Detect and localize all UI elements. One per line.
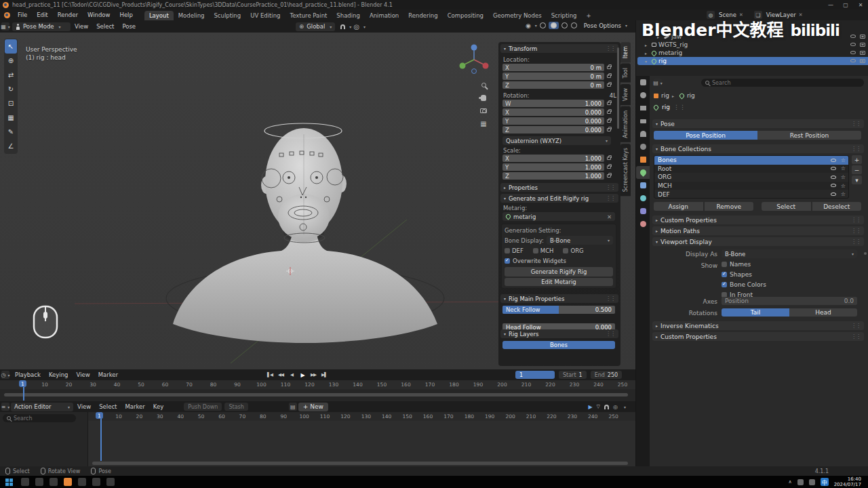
- collection-visibility-icon[interactable]: [831, 159, 836, 162]
- bone-collection-row[interactable]: MCH ☆: [654, 182, 848, 190]
- timeline-body[interactable]: [0, 389, 635, 401]
- rig-layers-bones-button[interactable]: Bones: [502, 341, 615, 349]
- collection-solo-icon[interactable]: ☆: [841, 183, 846, 189]
- orientation-dropdown[interactable]: ⊕Global▾: [296, 22, 335, 31]
- tab-modifiers-icon[interactable]: [636, 179, 650, 192]
- location-field[interactable]: Y0 m: [502, 73, 604, 80]
- scale-field[interactable]: X1.000: [502, 155, 604, 162]
- overlays-icon[interactable]: ◉: [526, 22, 531, 29]
- transform-panel-header[interactable]: ▾Transform⋮⋮: [500, 44, 618, 53]
- workspace-tab[interactable]: Animation: [365, 11, 403, 20]
- topbar-menu-item[interactable]: File: [13, 9, 32, 20]
- proportional-icon[interactable]: ◎: [613, 404, 618, 410]
- rotation-field[interactable]: X0.000: [502, 108, 604, 116]
- shading-wireframe-icon[interactable]: [539, 22, 547, 28]
- properties-search-input[interactable]: [712, 80, 844, 86]
- display-as-dropdown[interactable]: B-Bone▾: [722, 249, 857, 258]
- pan-hand-icon[interactable]: [479, 93, 488, 102]
- workspace-tab[interactable]: Geometry Nodes: [488, 11, 547, 20]
- rotations-tail-button[interactable]: Tail: [722, 308, 789, 317]
- bone-display-dropdown[interactable]: B-Bone▾: [547, 236, 613, 245]
- rotate-tool[interactable]: ↻: [5, 82, 17, 96]
- filter-icon[interactable]: ▽: [597, 404, 600, 409]
- shading-solid-icon[interactable]: [549, 22, 559, 29]
- windows-start-icon[interactable]: [5, 479, 13, 486]
- collection-visibility-icon[interactable]: [831, 167, 836, 170]
- navigation-gizmo[interactable]: [458, 41, 490, 76]
- mode-dropdown[interactable]: Pose Mode▾: [12, 22, 71, 31]
- rig-main-properties-header[interactable]: ▾Rig Main Properties⋮⋮: [500, 294, 618, 303]
- axes-position-slider[interactable]: Position0.0: [722, 297, 857, 305]
- outliner-row[interactable]: ▸ metarig: [637, 49, 868, 57]
- workspace-tab[interactable]: Scripting: [547, 11, 582, 20]
- collection-tool-button[interactable]: +: [852, 155, 862, 164]
- scale-field[interactable]: Y1.000: [502, 163, 604, 171]
- taskbar-app-icon[interactable]: [35, 478, 43, 486]
- n-panel-scrollbar[interactable]: [617, 47, 619, 129]
- viewport-menu-item[interactable]: Select: [92, 23, 118, 30]
- transform-tool[interactable]: ▦: [5, 110, 17, 125]
- timeline-scrollbar[interactable]: [4, 393, 628, 396]
- jump-start-button[interactable]: ▌◀: [264, 371, 275, 380]
- zoom-icon[interactable]: [479, 80, 488, 89]
- show-checkbox[interactable]: Bone Colors: [722, 281, 766, 288]
- scale-tool[interactable]: ⊡: [5, 96, 17, 110]
- hide-viewport-icon[interactable]: [850, 51, 856, 54]
- outliner-row[interactable]: ▾ rig: [637, 57, 868, 65]
- neck-follow-slider[interactable]: Neck Follow0.500: [502, 306, 615, 314]
- close-button[interactable]: ✕: [853, 0, 868, 9]
- workspace-tab[interactable]: Modeling: [174, 11, 210, 20]
- rest-position-button[interactable]: Rest Position: [757, 131, 861, 140]
- collection-visibility-icon[interactable]: [831, 184, 836, 187]
- motion-paths-header[interactable]: ▸Motion Paths⋮⋮: [652, 226, 864, 235]
- channel-search[interactable]: [3, 414, 76, 422]
- n-panel-tab[interactable]: View: [620, 84, 631, 105]
- dopesheet-menu-item[interactable]: Select: [95, 403, 121, 410]
- flag-checkbox[interactable]: ORG: [563, 247, 583, 254]
- dopesheet-body[interactable]: 1020304050607080901001101201301401501601…: [0, 412, 635, 466]
- collection-solo-icon[interactable]: ☆: [841, 165, 846, 171]
- annotate-tool[interactable]: ✎: [5, 125, 17, 139]
- ortho-grid-icon[interactable]: ▦: [479, 119, 488, 128]
- tab-render-icon[interactable]: [636, 89, 650, 102]
- select-box-tool[interactable]: ↖: [5, 39, 17, 54]
- tab-object-icon[interactable]: [636, 153, 650, 166]
- hide-viewport-icon[interactable]: [850, 35, 856, 38]
- shading-material-icon[interactable]: [561, 22, 568, 28]
- collection-solo-icon[interactable]: ☆: [841, 174, 846, 180]
- taskbar-app-icon[interactable]: [106, 478, 115, 486]
- tab-physics-icon[interactable]: [636, 192, 650, 205]
- editor-type-icon[interactable]: ▦▾: [1, 22, 9, 30]
- tray-icon[interactable]: [809, 479, 815, 485]
- disable-render-icon[interactable]: [860, 35, 865, 39]
- assign-button[interactable]: Assign: [654, 202, 703, 211]
- timeline-menu-item[interactable]: View: [73, 371, 94, 378]
- dopesheet-playhead[interactable]: [100, 412, 102, 461]
- collection-solo-icon[interactable]: ☆: [841, 157, 846, 163]
- rigify-panel-header[interactable]: ▾Generate and Edit Rigify rig⋮⋮: [500, 194, 618, 203]
- app-menu-icon[interactable]: [4, 12, 10, 18]
- dopesheet-menu-item[interactable]: Key: [149, 403, 167, 410]
- remove-button[interactable]: Remove: [705, 202, 754, 211]
- n-panel-tab[interactable]: Screencast Keys: [620, 144, 631, 196]
- tab-material-icon[interactable]: [636, 218, 650, 230]
- viewport-menu-item[interactable]: View: [71, 23, 92, 30]
- taskbar-clock[interactable]: 16:40 2024/07/17: [834, 476, 861, 487]
- workspace-tab[interactable]: Sculpting: [209, 11, 245, 20]
- disable-render-icon[interactable]: [860, 43, 865, 47]
- workspace-tab[interactable]: Texture Paint: [285, 11, 332, 20]
- rotation-mode-dropdown[interactable]: Quaternion (WXYZ)▾: [502, 136, 611, 145]
- dopesheet-menu-item[interactable]: View: [73, 403, 95, 410]
- deselect-button[interactable]: Deselect: [812, 202, 862, 211]
- snap-magnet-icon[interactable]: [340, 24, 345, 29]
- inverse-kinematics-header[interactable]: ▸Inverse Kinematics⋮⋮: [652, 321, 864, 330]
- topbar-menu-item[interactable]: Edit: [32, 9, 52, 20]
- topbar-menu-item[interactable]: Help: [115, 9, 137, 20]
- frame-end-field[interactable]: End250: [591, 371, 622, 379]
- tray-icon[interactable]: [797, 479, 804, 485]
- rig-layers-header[interactable]: ▾Rig Layers⋮⋮: [500, 329, 618, 338]
- cursor-tool[interactable]: ⊕: [5, 54, 17, 68]
- push-down-button[interactable]: Push Down: [184, 403, 222, 411]
- rotation-lock-badge[interactable]: 4L: [610, 92, 616, 99]
- topbar-menu-item[interactable]: Window: [83, 9, 115, 20]
